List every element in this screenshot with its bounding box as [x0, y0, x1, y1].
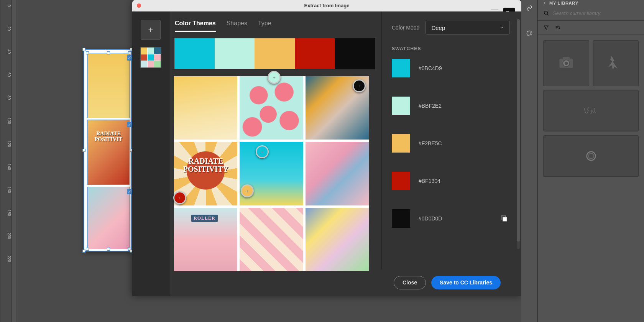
library-search	[538, 6, 644, 21]
svg-point-35	[530, 32, 531, 33]
extract-tabs: Color Themes Shapes Type	[174, 20, 375, 32]
modal-main-column: Color Themes Shapes Type Ca RADIATEPOSIT…	[169, 12, 381, 296]
placed-image-3[interactable]	[87, 187, 130, 249]
window-close-button[interactable]	[137, 3, 141, 8]
source-image-grid[interactable]: RADIATEPOSITIVITY ROLLER + + + + +	[174, 76, 369, 271]
swatch-hex: #BF1304	[419, 178, 440, 184]
swatch-hex: #0D0D0D	[419, 215, 442, 222]
swatch-color[interactable]	[392, 59, 410, 77]
svg-point-40	[564, 61, 568, 65]
search-icon	[543, 10, 550, 16]
tab-shapes[interactable]: Shapes	[227, 20, 247, 32]
palette-swatch-2[interactable]	[215, 38, 255, 69]
extract-from-image-modal: Extract from Image + Color Themes Shapes…	[132, 0, 521, 296]
transparency-icon	[501, 215, 508, 222]
library-header[interactable]: MY LIBRARY	[538, 0, 644, 6]
grid-cell	[306, 208, 369, 271]
svg-point-37	[544, 11, 548, 14]
library-asset[interactable]	[543, 135, 639, 177]
modal-footer: Close Save to CC Libraries	[376, 269, 521, 296]
palette-swatch-5[interactable]	[335, 38, 375, 69]
color-mood-select[interactable]: Deep	[426, 21, 510, 34]
color-picker-handle[interactable]: +	[256, 145, 269, 158]
swatch-color[interactable]	[392, 134, 410, 153]
swatch-row[interactable]: #0BC4D9	[392, 59, 510, 77]
swatch-row[interactable]: #0D0D0D	[392, 209, 510, 228]
grid-cell	[306, 142, 369, 205]
library-asset[interactable]	[543, 40, 589, 86]
tab-type[interactable]: Type	[258, 20, 271, 32]
color-mood-label: Color Mood	[392, 25, 419, 31]
svg-point-42	[586, 152, 595, 161]
placed-image-1[interactable]	[87, 53, 130, 118]
library-items-grid	[538, 35, 644, 182]
color-picker-handle[interactable]: +	[173, 191, 186, 204]
swatch-color[interactable]	[392, 172, 410, 190]
extracted-palette[interactable]	[174, 38, 375, 69]
swatch-color[interactable]	[392, 209, 410, 228]
sort-icon[interactable]	[555, 25, 561, 31]
palette-swatch-3[interactable]	[255, 38, 295, 69]
grid-cell: ROLLER	[174, 208, 237, 271]
right-panel-icons	[521, 0, 537, 322]
source-thumbnail-column: +	[132, 12, 169, 296]
filter-icon[interactable]	[543, 25, 549, 31]
color-panel-icon[interactable]	[524, 28, 535, 38]
placed-image-2[interactable]: RADIATEPOSITIVIT	[87, 120, 130, 185]
palette-swatch-1[interactable]	[174, 38, 215, 69]
plus-icon: +	[148, 25, 153, 35]
canvas-area[interactable]: RADIATEPOSITIVIT	[28, 0, 132, 322]
cc-libraries-panel: MY LIBRARY	[537, 0, 644, 322]
svg-rect-32	[503, 217, 507, 221]
swatch-color[interactable]	[392, 97, 410, 115]
palette-swatch-4[interactable]	[295, 38, 335, 69]
svg-point-36	[531, 33, 531, 34]
color-picker-handle[interactable]: +	[353, 79, 366, 92]
library-asset[interactable]	[543, 90, 639, 131]
modal-title: Extract from Image	[132, 3, 521, 8]
chevron-left-icon	[542, 1, 547, 5]
vertical-ruler: 0 20 40 60 80 100 120 140 160 180 200 22…	[0, 0, 12, 322]
swatch-row[interactable]: #BBF2E2	[392, 97, 510, 115]
grid-cell	[240, 76, 303, 140]
swatches-panel: Color Mood Deep SWATCHES #0BC4D9 #BBF2E2…	[381, 12, 521, 296]
color-picker-handle[interactable]: +	[241, 184, 254, 197]
color-picker-handle[interactable]: +	[268, 71, 281, 84]
svg-point-34	[529, 31, 529, 32]
swatch-hex: #BBF2E2	[419, 103, 442, 109]
grid-cell	[174, 76, 237, 140]
library-filter-bar	[538, 21, 644, 35]
window-zoom-button[interactable]	[151, 3, 155, 8]
svg-point-33	[527, 33, 528, 33]
swatches-section-label: SWATCHES	[392, 46, 510, 51]
library-search-input[interactable]	[553, 10, 639, 16]
library-asset[interactable]	[593, 40, 639, 86]
chevron-down-icon	[499, 25, 504, 30]
add-image-button[interactable]: +	[141, 20, 161, 40]
scrollbar[interactable]	[517, 19, 520, 249]
swatch-row[interactable]: #F2BE5C	[392, 134, 510, 153]
window-minimize-button[interactable]	[144, 3, 148, 8]
tab-color-themes[interactable]: Color Themes	[175, 20, 216, 32]
links-panel-icon[interactable]	[524, 3, 535, 13]
grid-cell	[240, 208, 303, 271]
swatch-row[interactable]: #BF1304	[392, 172, 510, 190]
swatch-hex: #F2BE5C	[419, 140, 442, 146]
swatch-hex: #0BC4D9	[419, 65, 442, 71]
save-to-libraries-button[interactable]: Save to CC Libraries	[431, 276, 501, 289]
svg-point-43	[588, 153, 594, 159]
svg-rect-41	[563, 57, 570, 59]
source-thumbnail[interactable]	[140, 47, 161, 68]
artboard[interactable]: RADIATEPOSITIVIT	[84, 49, 132, 251]
close-button[interactable]: Close	[394, 276, 426, 289]
modal-titlebar[interactable]: Extract from Image	[132, 0, 521, 12]
